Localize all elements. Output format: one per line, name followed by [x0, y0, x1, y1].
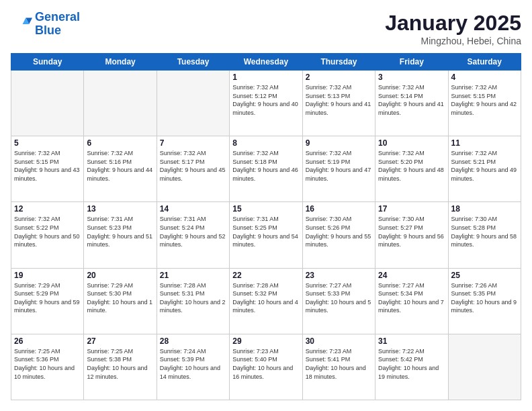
day-info: Sunrise: 7:32 AM Sunset: 5:15 PM Dayligh… [14, 149, 81, 183]
calendar-cell: 15Sunrise: 7:31 AM Sunset: 5:25 PM Dayli… [230, 202, 302, 268]
day-number: 31 [378, 336, 445, 346]
header: General Blue January 2025 Mingzhou, Hebe… [11, 11, 521, 46]
day-number: 14 [160, 204, 226, 214]
col-saturday: Saturday [448, 54, 521, 71]
calendar-cell: 19Sunrise: 7:29 AM Sunset: 5:29 PM Dayli… [11, 268, 84, 334]
calendar-cell [448, 334, 521, 400]
day-number: 23 [306, 271, 372, 280]
day-number: 4 [451, 73, 518, 82]
calendar-cell: 12Sunrise: 7:32 AM Sunset: 5:22 PM Dayli… [11, 202, 84, 268]
day-info: Sunrise: 7:28 AM Sunset: 5:32 PM Dayligh… [232, 281, 299, 315]
calendar-cell: 6Sunrise: 7:32 AM Sunset: 5:16 PM Daylig… [84, 136, 157, 202]
day-info: Sunrise: 7:27 AM Sunset: 5:34 PM Dayligh… [378, 281, 445, 315]
col-tuesday: Tuesday [157, 54, 229, 71]
calendar-cell: 18Sunrise: 7:30 AM Sunset: 5:28 PM Dayli… [448, 202, 521, 268]
day-number: 5 [14, 138, 81, 148]
calendar-cell: 20Sunrise: 7:29 AM Sunset: 5:30 PM Dayli… [84, 268, 157, 334]
day-number: 18 [451, 204, 518, 214]
calendar-week-2: 12Sunrise: 7:32 AM Sunset: 5:22 PM Dayli… [11, 202, 521, 268]
col-sunday: Sunday [11, 54, 84, 71]
calendar-week-4: 26Sunrise: 7:25 AM Sunset: 5:36 PM Dayli… [11, 334, 521, 400]
day-info: Sunrise: 7:32 AM Sunset: 5:12 PM Dayligh… [232, 83, 299, 117]
col-friday: Friday [375, 54, 448, 71]
calendar-cell: 11Sunrise: 7:32 AM Sunset: 5:21 PM Dayli… [448, 136, 521, 202]
day-number: 30 [306, 336, 372, 346]
day-info: Sunrise: 7:30 AM Sunset: 5:28 PM Dayligh… [451, 215, 518, 248]
day-number: 25 [451, 271, 518, 280]
day-number: 15 [232, 204, 299, 214]
day-info: Sunrise: 7:22 AM Sunset: 5:42 PM Dayligh… [378, 347, 445, 381]
calendar-title: January 2025 [385, 11, 521, 36]
calendar-cell: 23Sunrise: 7:27 AM Sunset: 5:33 PM Dayli… [302, 268, 375, 334]
day-number: 6 [87, 138, 153, 148]
logo-icon [11, 13, 32, 35]
day-number: 10 [378, 138, 445, 148]
calendar-cell: 13Sunrise: 7:31 AM Sunset: 5:23 PM Dayli… [84, 202, 157, 268]
calendar-cell: 3Sunrise: 7:32 AM Sunset: 5:14 PM Daylig… [375, 71, 448, 136]
calendar-cell: 24Sunrise: 7:27 AM Sunset: 5:34 PM Dayli… [375, 268, 448, 334]
day-info: Sunrise: 7:29 AM Sunset: 5:29 PM Dayligh… [14, 281, 81, 315]
calendar-week-3: 19Sunrise: 7:29 AM Sunset: 5:29 PM Dayli… [11, 268, 521, 334]
day-info: Sunrise: 7:31 AM Sunset: 5:23 PM Dayligh… [87, 215, 153, 248]
calendar-cell: 14Sunrise: 7:31 AM Sunset: 5:24 PM Dayli… [157, 202, 229, 268]
day-number: 17 [378, 204, 445, 214]
day-info: Sunrise: 7:25 AM Sunset: 5:38 PM Dayligh… [87, 347, 153, 381]
logo-text: General Blue [35, 11, 80, 38]
logo-line2: Blue [35, 24, 61, 37]
day-number: 1 [232, 73, 299, 82]
calendar-cell: 16Sunrise: 7:30 AM Sunset: 5:26 PM Dayli… [302, 202, 375, 268]
calendar-cell: 27Sunrise: 7:25 AM Sunset: 5:38 PM Dayli… [84, 334, 157, 400]
calendar-cell: 5Sunrise: 7:32 AM Sunset: 5:15 PM Daylig… [11, 136, 84, 202]
calendar-cell: 4Sunrise: 7:32 AM Sunset: 5:15 PM Daylig… [448, 71, 521, 136]
logo: General Blue [11, 11, 80, 38]
day-info: Sunrise: 7:26 AM Sunset: 5:35 PM Dayligh… [451, 281, 518, 315]
day-info: Sunrise: 7:28 AM Sunset: 5:31 PM Dayligh… [160, 281, 226, 315]
calendar-cell: 7Sunrise: 7:32 AM Sunset: 5:17 PM Daylig… [157, 136, 229, 202]
col-wednesday: Wednesday [230, 54, 302, 71]
day-number: 2 [306, 73, 372, 82]
day-info: Sunrise: 7:32 AM Sunset: 5:14 PM Dayligh… [378, 83, 445, 117]
day-number: 26 [14, 336, 81, 346]
day-info: Sunrise: 7:29 AM Sunset: 5:30 PM Dayligh… [87, 281, 153, 315]
day-number: 3 [378, 73, 445, 82]
day-number: 7 [160, 138, 226, 148]
day-info: Sunrise: 7:32 AM Sunset: 5:21 PM Dayligh… [451, 149, 518, 183]
day-number: 13 [87, 204, 153, 214]
calendar-cell: 28Sunrise: 7:24 AM Sunset: 5:39 PM Dayli… [157, 334, 229, 400]
day-info: Sunrise: 7:30 AM Sunset: 5:27 PM Dayligh… [378, 215, 445, 248]
day-number: 22 [232, 271, 299, 280]
day-number: 27 [87, 336, 153, 346]
logo-line1: General [35, 10, 80, 24]
day-info: Sunrise: 7:32 AM Sunset: 5:13 PM Dayligh… [306, 83, 372, 117]
col-thursday: Thursday [302, 54, 375, 71]
day-info: Sunrise: 7:32 AM Sunset: 5:17 PM Dayligh… [160, 149, 226, 183]
calendar-cell: 9Sunrise: 7:32 AM Sunset: 5:19 PM Daylig… [302, 136, 375, 202]
day-info: Sunrise: 7:32 AM Sunset: 5:22 PM Dayligh… [14, 215, 81, 248]
calendar-cell: 21Sunrise: 7:28 AM Sunset: 5:31 PM Dayli… [157, 268, 229, 334]
calendar-cell: 26Sunrise: 7:25 AM Sunset: 5:36 PM Dayli… [11, 334, 84, 400]
title-block: January 2025 Mingzhou, Hebei, China [385, 11, 521, 46]
calendar-subtitle: Mingzhou, Hebei, China [385, 36, 521, 46]
calendar-cell: 22Sunrise: 7:28 AM Sunset: 5:32 PM Dayli… [230, 268, 302, 334]
day-number: 21 [160, 271, 226, 280]
day-number: 24 [378, 271, 445, 280]
day-number: 28 [160, 336, 226, 346]
day-info: Sunrise: 7:31 AM Sunset: 5:25 PM Dayligh… [232, 215, 299, 248]
day-info: Sunrise: 7:24 AM Sunset: 5:39 PM Dayligh… [160, 347, 226, 381]
day-info: Sunrise: 7:23 AM Sunset: 5:40 PM Dayligh… [232, 347, 299, 381]
calendar-cell: 8Sunrise: 7:32 AM Sunset: 5:18 PM Daylig… [230, 136, 302, 202]
day-info: Sunrise: 7:32 AM Sunset: 5:16 PM Dayligh… [87, 149, 153, 183]
day-info: Sunrise: 7:30 AM Sunset: 5:26 PM Dayligh… [306, 215, 372, 248]
day-info: Sunrise: 7:32 AM Sunset: 5:15 PM Dayligh… [451, 83, 518, 117]
day-number: 8 [232, 138, 299, 148]
day-number: 29 [232, 336, 299, 346]
calendar-cell: 29Sunrise: 7:23 AM Sunset: 5:40 PM Dayli… [230, 334, 302, 400]
day-info: Sunrise: 7:25 AM Sunset: 5:36 PM Dayligh… [14, 347, 81, 381]
day-number: 19 [14, 271, 81, 280]
day-number: 12 [14, 204, 81, 214]
day-info: Sunrise: 7:23 AM Sunset: 5:41 PM Dayligh… [306, 347, 372, 381]
day-info: Sunrise: 7:32 AM Sunset: 5:18 PM Dayligh… [232, 149, 299, 183]
calendar-cell: 2Sunrise: 7:32 AM Sunset: 5:13 PM Daylig… [302, 71, 375, 136]
calendar-table: Sunday Monday Tuesday Wednesday Thursday… [11, 53, 521, 400]
day-number: 9 [306, 138, 372, 148]
